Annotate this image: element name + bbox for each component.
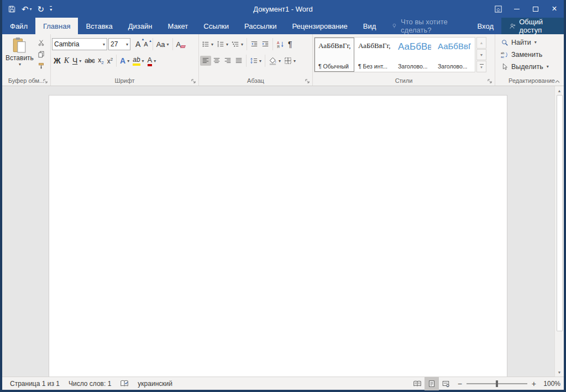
tell-me-box[interactable]: Что вы хотите сделать? [384, 18, 469, 34]
style-heading1[interactable]: АаБбВв Заголово... [394, 38, 434, 72]
show-formatting-marks-button[interactable]: ¶ [286, 39, 294, 50]
customize-qat-button[interactable]: ▾ [50, 6, 52, 12]
styles-scroll-down-button[interactable]: ▼ [476, 49, 486, 61]
style-normal[interactable]: АаБбВвГг, ¶ Обычный [315, 38, 354, 72]
document-page[interactable] [49, 95, 507, 377]
sign-in-button[interactable]: Вход [470, 18, 501, 34]
collapse-ribbon-button[interactable] [554, 79, 560, 84]
read-mode-button[interactable] [410, 377, 424, 390]
scrollbar-down-arrow[interactable]: ▼ [555, 368, 564, 377]
scrollbar-thumb[interactable] [557, 95, 563, 331]
sort-button[interactable]: А Я [275, 39, 286, 50]
font-size-dropdown-icon[interactable]: ▾ [126, 42, 128, 47]
borders-button[interactable]: ▾ [282, 56, 297, 66]
tab-references[interactable]: Ссылки [196, 18, 237, 34]
undo-dropdown-icon[interactable]: ▾ [30, 7, 32, 12]
strikethrough-button[interactable]: abc [83, 56, 96, 66]
clear-formatting-button[interactable]: A [175, 39, 183, 50]
increase-indent-button[interactable] [260, 39, 271, 49]
font-name-combobox[interactable]: Cambria ▾ [52, 38, 107, 50]
subscript-button[interactable]: x2 [96, 55, 105, 66]
scrollbar-up-arrow[interactable]: ▲ [555, 86, 564, 95]
tab-insert[interactable]: Вставка [78, 18, 120, 34]
multilevel-list-button[interactable]: ▾ [230, 39, 245, 49]
scroll-up-icon: ▲ [480, 41, 484, 45]
font-color-button[interactable]: А ▾ [146, 55, 158, 67]
paste-dropdown-icon[interactable]: ▾ [19, 62, 21, 67]
decrease-indent-button[interactable] [249, 39, 260, 49]
read-mode-icon [413, 380, 422, 387]
bold-button[interactable]: Ж [52, 55, 62, 66]
svg-text:ac: ac [501, 55, 504, 59]
select-dropdown-icon[interactable]: ▾ [547, 64, 549, 69]
font-dialog-launcher[interactable] [191, 79, 196, 84]
styles-scroll-up-button[interactable]: ▲ [476, 37, 486, 49]
tab-mailings[interactable]: Рассылки [237, 18, 284, 34]
copy-button[interactable] [36, 50, 46, 59]
vertical-scrollbar[interactable]: ▲ ▼ [554, 86, 564, 377]
styles-more-button[interactable]: ▾ [476, 61, 486, 72]
tab-home[interactable]: Главная [35, 18, 78, 34]
align-left-button[interactable] [200, 56, 211, 66]
share-button[interactable]: Общий доступ [501, 18, 564, 34]
paragraph-dialog-launcher[interactable] [305, 79, 310, 84]
line-spacing-button[interactable]: ▾ [248, 56, 263, 66]
minimize-button[interactable] [507, 0, 526, 18]
word-count[interactable]: Число слов: 1 [64, 380, 116, 388]
shading-button[interactable]: ▾ [267, 56, 282, 66]
bullets-button[interactable]: ▾ [200, 39, 215, 49]
tab-view[interactable]: Вид [355, 18, 384, 34]
web-layout-button[interactable] [439, 377, 453, 390]
highlight-button[interactable]: ab ▾ [131, 55, 145, 67]
text-effects-button[interactable]: А ▾ [118, 55, 131, 66]
tab-review[interactable]: Рецензирование [284, 18, 355, 34]
zoom-slider-thumb[interactable] [496, 380, 498, 387]
clipboard-dialog-launcher[interactable] [43, 79, 48, 84]
zoom-percentage[interactable]: 100% [541, 380, 560, 388]
grow-font-button[interactable]: A▴ [134, 39, 142, 50]
undo-button[interactable]: ↶ ▾ [22, 5, 32, 13]
zoom-out-button[interactable]: − [458, 379, 462, 388]
find-button[interactable]: Найти ▾ [501, 37, 563, 47]
print-layout-button[interactable] [424, 377, 439, 390]
font-name-dropdown-icon[interactable]: ▾ [103, 42, 105, 47]
find-dropdown-icon[interactable]: ▾ [534, 40, 537, 45]
change-case-button[interactable]: Aa ▾ [155, 39, 171, 50]
svg-text:А: А [277, 40, 280, 44]
numbering-button[interactable]: ▾ [215, 39, 230, 49]
redo-button[interactable]: ↻ [38, 5, 45, 13]
italic-button[interactable]: К [62, 55, 71, 66]
tab-design[interactable]: Дизайн [120, 18, 160, 34]
maximize-button[interactable] [526, 0, 545, 18]
style-name: Заголово... [398, 63, 431, 70]
ribbon-display-options-button[interactable] [489, 0, 507, 18]
justify-button[interactable] [233, 56, 244, 66]
select-button[interactable]: Выделить ▾ [501, 61, 563, 72]
zoom-slider[interactable] [467, 383, 527, 384]
save-icon [8, 5, 16, 13]
close-button[interactable]: × [545, 0, 564, 18]
style-heading2[interactable]: АаБбВвГ Заголово... [434, 38, 474, 72]
paste-button[interactable]: Вставить ▾ [3, 36, 36, 75]
language-indicator[interactable]: украинский [133, 380, 177, 388]
share-label: Общий доступ [519, 18, 556, 34]
save-button[interactable] [8, 5, 16, 13]
format-painter-button[interactable] [36, 61, 46, 71]
zoom-in-button[interactable]: + [532, 379, 536, 388]
cut-button[interactable] [36, 38, 46, 47]
styles-dialog-launcher[interactable] [488, 79, 492, 84]
style-no-spacing[interactable]: АаБбВвГг, ¶ Без инт... [354, 38, 394, 72]
tab-file[interactable]: Файл [2, 18, 35, 34]
replace-button[interactable]: ab ac Заменить [501, 49, 563, 60]
grow-font-letter: A [135, 40, 140, 49]
superscript-button[interactable]: x2 [106, 56, 114, 66]
underline-dropdown-icon[interactable]: ▾ [79, 59, 81, 63]
align-center-button[interactable] [211, 56, 222, 66]
proofing-status[interactable] [116, 380, 133, 387]
tab-layout[interactable]: Макет [160, 18, 196, 34]
change-case-dropdown-icon: ▾ [167, 42, 169, 47]
underline-button[interactable]: Ч ▾ [71, 55, 83, 66]
page-indicator[interactable]: Страница 1 из 1 [6, 380, 64, 388]
font-size-combobox[interactable]: 27 ▾ [108, 38, 130, 50]
align-right-button[interactable] [222, 56, 233, 66]
